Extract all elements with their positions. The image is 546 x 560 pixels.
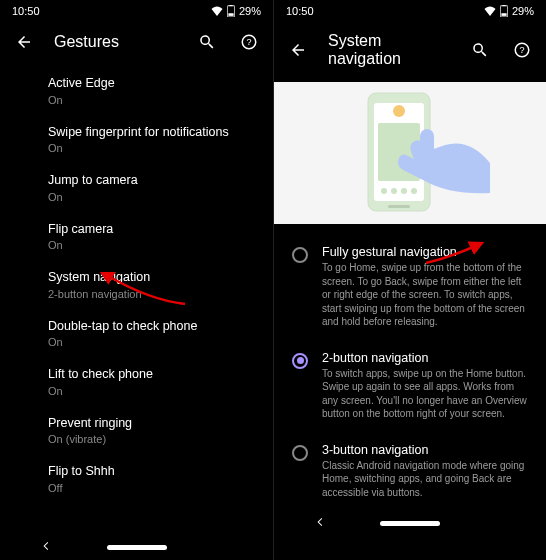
search-icon[interactable] — [470, 40, 490, 60]
page-header: Gestures ? — [0, 22, 273, 66]
settings-list: Active Edge On Swipe fingerprint for not… — [0, 66, 273, 534]
svg-text:?: ? — [519, 45, 524, 55]
svg-text:?: ? — [246, 37, 251, 47]
setting-prevent-ringing[interactable]: Prevent ringing On (vibrate) — [0, 406, 273, 455]
battery-icon — [227, 5, 235, 17]
status-time: 10:50 — [12, 5, 40, 17]
status-right: 29% — [484, 5, 534, 17]
wifi-icon — [484, 6, 496, 16]
status-time: 10:50 — [286, 5, 314, 17]
status-right: 29% — [211, 5, 261, 17]
radio-icon[interactable] — [292, 445, 308, 461]
wifi-icon — [211, 6, 223, 16]
navigation-bar — [274, 510, 546, 536]
battery-text: 29% — [512, 5, 534, 17]
setting-flip-camera[interactable]: Flip camera On — [0, 212, 273, 261]
nav-home-pill[interactable] — [380, 521, 440, 526]
help-icon[interactable]: ? — [512, 40, 532, 60]
page-title: Gestures — [54, 33, 181, 51]
search-icon[interactable] — [197, 32, 217, 52]
svg-rect-19 — [420, 129, 434, 165]
option-three-button[interactable]: 3-button navigation Classic Android navi… — [292, 432, 528, 511]
back-icon[interactable] — [14, 32, 34, 52]
status-bar: 10:50 29% — [0, 0, 273, 22]
option-fully-gestural[interactable]: Fully gestural navigation To go Home, sw… — [292, 234, 528, 340]
help-icon[interactable]: ? — [239, 32, 259, 52]
option-two-button[interactable]: 2-button navigation To switch apps, swip… — [292, 340, 528, 432]
page-title: System navigation — [328, 32, 454, 68]
battery-text: 29% — [239, 5, 261, 17]
phone-left: 10:50 29% Gestures ? Active Edge On Swip… — [0, 0, 273, 560]
setting-swipe-fingerprint[interactable]: Swipe fingerprint for notifications On — [0, 115, 273, 164]
setting-jump-to-camera[interactable]: Jump to camera On — [0, 163, 273, 212]
setting-lift-to-check[interactable]: Lift to check phone On — [0, 357, 273, 406]
setting-flip-to-shhh[interactable]: Flip to Shhh Off — [0, 454, 273, 503]
status-bar: 10:50 29% — [274, 0, 546, 22]
radio-icon[interactable] — [292, 353, 308, 369]
illustration — [274, 82, 546, 224]
navigation-bar — [0, 534, 273, 560]
svg-point-14 — [381, 188, 387, 194]
svg-rect-6 — [502, 5, 505, 6]
svg-point-12 — [393, 105, 405, 117]
nav-home-pill[interactable] — [107, 545, 167, 550]
nav-back-icon[interactable] — [40, 538, 52, 556]
svg-rect-18 — [388, 205, 410, 208]
page-header: System navigation ? — [274, 22, 546, 82]
svg-rect-7 — [501, 13, 506, 16]
phone-right: 10:50 29% System navigation ? — [273, 0, 546, 560]
back-icon[interactable] — [288, 40, 308, 60]
setting-double-tap[interactable]: Double-tap to check phone On — [0, 309, 273, 358]
svg-rect-1 — [229, 5, 232, 6]
svg-point-15 — [391, 188, 397, 194]
nav-back-icon[interactable] — [314, 514, 326, 532]
setting-active-edge[interactable]: Active Edge On — [0, 66, 273, 115]
setting-system-navigation[interactable]: System navigation 2-button navigation — [0, 260, 273, 309]
svg-rect-2 — [228, 13, 233, 16]
battery-icon — [500, 5, 508, 17]
svg-point-16 — [401, 188, 407, 194]
radio-icon[interactable] — [292, 247, 308, 263]
navigation-options: Fully gestural navigation To go Home, sw… — [274, 224, 546, 510]
svg-point-17 — [411, 188, 417, 194]
